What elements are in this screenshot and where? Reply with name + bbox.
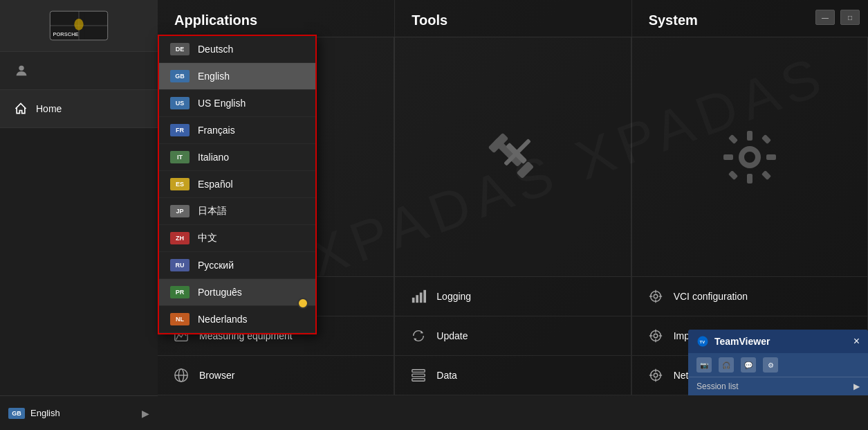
- svg-rect-15: [747, 131, 752, 141]
- teamviewer-title: TV TeamViewer: [696, 335, 770, 348]
- update-icon-svg: [411, 328, 426, 343]
- vci-icon-svg: [648, 289, 663, 304]
- sidebar-user-row[interactable]: [0, 52, 158, 90]
- svg-rect-21: [728, 170, 738, 179]
- svg-rect-20: [761, 134, 771, 143]
- logging-item[interactable]: Logging: [394, 277, 631, 316]
- sidebar-home-item[interactable]: Home: [0, 90, 158, 128]
- svg-rect-16: [747, 174, 752, 183]
- lang-item-zh[interactable]: ZH 中文: [159, 225, 315, 252]
- lang-code-de: DE: [170, 43, 190, 55]
- svg-rect-47: [412, 370, 425, 373]
- language-arrow-icon[interactable]: ▶: [142, 408, 149, 419]
- system-gear-icon: [722, 129, 777, 185]
- lang-code-jp: JP: [170, 205, 190, 217]
- vci-configuration-item[interactable]: VCI configuration: [631, 277, 868, 316]
- lang-label-us: US English: [198, 98, 246, 109]
- lang-label-de: Deutsch: [198, 44, 233, 55]
- logging-icon: [409, 287, 428, 306]
- lang-item-fr[interactable]: FR Français: [159, 117, 315, 144]
- system-big-tile[interactable]: [631, 37, 868, 277]
- vci-label: VCI configuration: [674, 291, 748, 302]
- svg-rect-22: [761, 170, 771, 179]
- svg-point-39: [654, 334, 658, 338]
- sidebar-spacer: [0, 128, 158, 395]
- svg-text:PORSCHE: PORSCHE: [53, 31, 79, 37]
- update-item[interactable]: Update: [394, 316, 631, 356]
- user-icon: [14, 63, 29, 78]
- tv-session-arrow-icon: ▶: [853, 382, 860, 391]
- update-icon: [409, 326, 428, 346]
- data-icon-svg: [411, 368, 426, 383]
- maximize-button[interactable]: □: [840, 10, 860, 25]
- lang-item-jp[interactable]: JP 日本語: [159, 198, 315, 225]
- sidebar-language[interactable]: GB English: [8, 408, 60, 419]
- tv-settings-icon[interactable]: ⚙: [763, 357, 778, 373]
- lang-item-es[interactable]: ES Español: [159, 171, 315, 198]
- svg-rect-18: [766, 154, 776, 160]
- network-icon: [646, 366, 665, 385]
- lang-item-de[interactable]: DE Deutsch: [159, 36, 315, 63]
- svg-rect-28: [416, 295, 419, 303]
- data-item[interactable]: Data: [394, 356, 631, 395]
- lang-item-pr[interactable]: PR Português: [159, 279, 315, 306]
- svg-rect-19: [728, 134, 738, 143]
- imprint-icon: [646, 326, 665, 346]
- lang-label-es: Español: [198, 179, 233, 190]
- lang-code-es: ES: [170, 178, 190, 190]
- lang-label-it: Italiano: [198, 152, 229, 163]
- applications-header: Applications: [158, 0, 394, 37]
- teamviewer-panel: TV TeamViewer × 📷 🎧 💬 ⚙ Session list ▶: [688, 330, 868, 395]
- svg-rect-17: [723, 154, 733, 160]
- svg-rect-30: [424, 290, 427, 303]
- tools-big-tile[interactable]: [394, 37, 631, 277]
- network-icon-svg: [648, 368, 663, 383]
- tv-camera-icon[interactable]: 📷: [696, 357, 712, 373]
- lang-item-it[interactable]: IT Italiano: [159, 144, 315, 171]
- teamviewer-header: TV TeamViewer ×: [688, 330, 868, 353]
- svg-point-8: [19, 66, 24, 71]
- tools-header: Tools: [394, 0, 631, 37]
- lang-code-pr: PR: [170, 286, 190, 298]
- lang-code-gb: GB: [170, 70, 190, 82]
- browser-item[interactable]: Browser: [158, 356, 394, 395]
- browser-label: Browser: [199, 370, 234, 381]
- lang-label-zh: 中文: [198, 232, 217, 244]
- svg-point-32: [654, 294, 658, 298]
- tv-headset-icon[interactable]: 🎧: [719, 357, 734, 373]
- sidebar-logo: PORSCHE: [0, 0, 158, 52]
- lang-code-ru: RU: [170, 259, 190, 271]
- lang-item-us[interactable]: US US English: [159, 90, 315, 117]
- imprint-icon-svg: [648, 328, 663, 343]
- lang-item-gb[interactable]: GB English: [159, 63, 315, 90]
- lang-code-nl: NL: [170, 313, 190, 325]
- teamviewer-close-button[interactable]: ×: [853, 335, 860, 348]
- lang-item-ru[interactable]: RU Русский: [159, 252, 315, 279]
- lang-label-fr: Français: [198, 125, 235, 136]
- logging-icon-svg: [411, 289, 426, 304]
- svg-point-14: [741, 149, 758, 165]
- language-flag-badge: GB: [8, 408, 25, 419]
- lang-code-it: IT: [170, 151, 190, 163]
- sidebar: PORSCHE Home GB English ▶: [0, 0, 158, 430]
- data-icon: [409, 366, 428, 385]
- tools-cross-icon: [485, 129, 540, 185]
- sidebar-bottom-bar: GB English ▶: [0, 395, 158, 430]
- lang-code-zh: ZH: [170, 232, 190, 244]
- top-right-bar: ― □: [807, 0, 868, 35]
- lang-label-jp: 日本語: [198, 205, 227, 217]
- minimize-button[interactable]: ―: [815, 10, 835, 25]
- svg-rect-27: [412, 298, 415, 303]
- lang-code-us: US: [170, 97, 190, 109]
- tv-session-label: Session list: [696, 382, 739, 391]
- tv-chat-icon[interactable]: 💬: [741, 357, 756, 373]
- lang-label-nl: Nederlands: [198, 314, 248, 325]
- lang-item-nl[interactable]: NL Nederlands: [159, 306, 315, 333]
- home-icon: [14, 102, 28, 116]
- svg-rect-29: [420, 293, 423, 303]
- teamviewer-session-list[interactable]: Session list ▶: [688, 377, 868, 395]
- porsche-logo-svg: PORSCHE: [44, 8, 113, 43]
- browser-icon-svg: [174, 368, 189, 383]
- svg-rect-49: [412, 379, 425, 382]
- browser-icon: [172, 366, 191, 385]
